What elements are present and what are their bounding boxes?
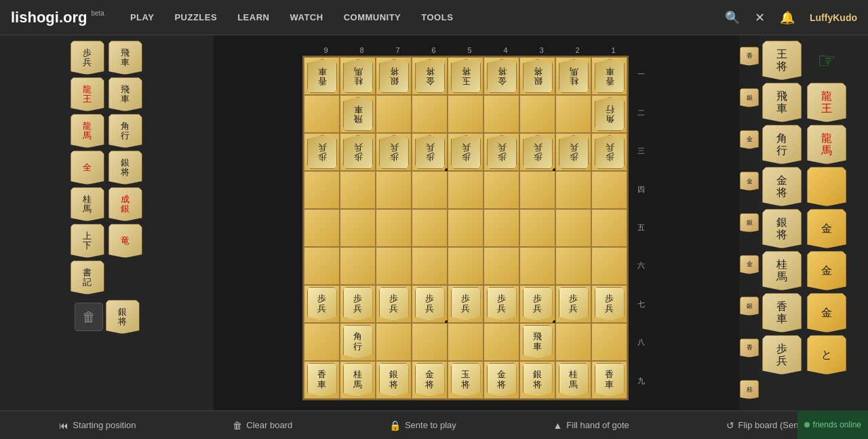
board-piece-r2-c7[interactable]: 歩 兵 (559, 135, 589, 169)
right-piece-dragon-king[interactable]: 龍王 (807, 83, 846, 122)
board-cell-r3-c0[interactable] (304, 171, 340, 209)
nav-community[interactable]: COMMUNITY (334, 7, 411, 28)
board-piece-r8-c5[interactable]: 金 将 (487, 363, 517, 397)
board-piece-r6-c6[interactable]: 歩 兵 (523, 287, 553, 321)
board-cell-r3-c2[interactable] (376, 171, 412, 209)
left-piece-10[interactable]: 成銀 (108, 187, 142, 221)
left-piece-13[interactable]: 書記 (71, 261, 104, 294)
starting-position-button[interactable]: ⏮ Starting position (52, 416, 142, 435)
board-cell-r5-c5[interactable] (484, 247, 519, 285)
board-cell-r2-c2[interactable]: 歩 兵 (376, 133, 412, 171)
clear-board-button[interactable]: 🗑 Clear board (226, 416, 299, 435)
board-piece-r2-c2[interactable]: 歩 兵 (379, 135, 409, 169)
board-cell-r1-c2[interactable] (376, 95, 412, 133)
board-cell-r2-c8[interactable]: 歩 兵 (591, 133, 627, 171)
board-cell-r6-c5[interactable]: 歩 兵 (484, 285, 519, 323)
board-cell-r7-c1[interactable]: 角 行 (340, 323, 376, 361)
side-piece-1[interactable]: 香 (740, 47, 759, 66)
board-cell-r2-c0[interactable]: 歩 兵 (304, 133, 340, 171)
board-cell-r4-c8[interactable] (591, 209, 627, 247)
board-cell-r1-c0[interactable] (304, 95, 340, 133)
board-cell-r5-c1[interactable] (340, 247, 376, 285)
board-cell-r1-c6[interactable] (519, 95, 555, 133)
left-piece-3[interactable]: 龍王 (71, 77, 104, 111)
board-piece-r2-c8[interactable]: 歩 兵 (595, 135, 625, 169)
right-piece-to[interactable]: と (807, 335, 846, 375)
side-piece-3[interactable]: 金 (740, 130, 759, 149)
board-piece-r8-c3[interactable]: 金 将 (415, 363, 445, 397)
site-logo[interactable]: lishogi.org (11, 9, 87, 26)
right-piece-knight[interactable]: 桂馬 (762, 251, 802, 290)
board-cell-r4-c3[interactable] (412, 209, 448, 247)
board-cell-r1-c1[interactable]: 飛 車 (340, 95, 376, 133)
search-icon[interactable]: 🔍 (722, 7, 743, 28)
board-piece-r6-c0[interactable]: 歩 兵 (307, 287, 337, 321)
board-piece-r6-c4[interactable]: 歩 兵 (451, 287, 481, 321)
board-cell-r6-c0[interactable]: 歩 兵 (304, 285, 340, 323)
board-cell-r2-c3[interactable]: 歩 兵 (412, 133, 448, 171)
left-piece-8[interactable]: 銀将 (108, 151, 142, 185)
board-piece-r8-c1[interactable]: 桂 馬 (343, 363, 373, 397)
board-cell-r8-c6[interactable]: 銀 将 (519, 361, 555, 399)
side-piece-9[interactable]: 桂 (740, 380, 759, 399)
left-piece-11[interactable]: 上下 (71, 224, 104, 258)
board-cell-r0-c2[interactable]: 銀 将 (376, 57, 412, 95)
board-cell-r4-c1[interactable] (340, 209, 376, 247)
board-cell-r7-c4[interactable] (448, 323, 484, 361)
board-cell-r5-c3[interactable] (412, 247, 448, 285)
board-cell-r6-c8[interactable]: 歩 兵 (591, 285, 627, 323)
board-cell-r2-c5[interactable]: 歩 兵 (484, 133, 519, 171)
board-cell-r8-c0[interactable]: 香 車 (304, 361, 340, 399)
board-cell-r3-c1[interactable] (340, 171, 376, 209)
left-piece-12[interactable]: 竜 (108, 224, 142, 258)
right-piece-gold-accent4[interactable]: 金 (807, 293, 846, 332)
board-cell-r8-c5[interactable]: 金 将 (484, 361, 519, 399)
right-piece-king[interactable]: 王将 (762, 41, 802, 80)
nav-watch[interactable]: WATCH (280, 7, 332, 28)
board-cell-r7-c5[interactable] (484, 323, 519, 361)
board-cell-r8-c3[interactable]: 金 将 (412, 361, 448, 399)
board-cell-r5-c0[interactable] (304, 247, 340, 285)
sente-to-play-button[interactable]: 🔒 Sente to play (382, 416, 463, 435)
board-cell-r2-c1[interactable]: 歩 兵 (340, 133, 376, 171)
board-cell-r8-c8[interactable]: 香 車 (591, 361, 627, 399)
board-piece-r2-c3[interactable]: 歩 兵 (415, 135, 445, 169)
board-piece-r0-c6[interactable]: 銀 将 (523, 59, 553, 93)
board-piece-r8-c8[interactable]: 香 車 (595, 363, 625, 397)
board-piece-r7-c6[interactable]: 飛 車 (523, 325, 553, 359)
board-piece-r8-c7[interactable]: 桂 馬 (559, 363, 589, 397)
board-piece-r0-c8[interactable]: 香 車 (595, 59, 625, 93)
board-cell-r1-c7[interactable] (555, 95, 591, 133)
board-cell-r7-c2[interactable] (376, 323, 412, 361)
board-piece-r0-c0[interactable]: 香 車 (307, 59, 337, 93)
fill-hand-button[interactable]: ▲ Fill hand of gote (546, 416, 635, 435)
notification-icon[interactable]: 🔔 (777, 7, 797, 28)
left-piece-6[interactable]: 角行 (108, 114, 142, 148)
board-cell-r2-c7[interactable]: 歩 兵 (555, 133, 591, 171)
board-piece-r6-c7[interactable]: 歩 兵 (559, 287, 589, 321)
board-piece-r6-c1[interactable]: 歩 兵 (343, 287, 373, 321)
board-cell-r7-c8[interactable] (591, 323, 627, 361)
board-cell-r7-c0[interactable] (304, 323, 340, 361)
board-piece-r2-c1[interactable]: 歩 兵 (343, 135, 373, 169)
board-cell-r1-c4[interactable] (448, 95, 484, 133)
board-cell-r4-c0[interactable] (304, 209, 340, 247)
board-cell-r4-c4[interactable] (448, 209, 484, 247)
nav-puzzles[interactable]: PUZZLES (165, 7, 226, 28)
shogi-board[interactable]: 香 車桂 馬銀 将金 将玉 将金 将銀 将桂 馬香 車飛 車角 行歩 兵歩 兵歩… (302, 56, 629, 400)
right-piece-silver[interactable]: 銀将 (762, 209, 802, 248)
board-piece-r1-c1[interactable]: 飛 車 (343, 97, 373, 131)
nav-learn[interactable]: LEARN (228, 7, 279, 28)
nav-play[interactable]: PLAY (121, 7, 163, 28)
board-cell-r5-c4[interactable] (448, 247, 484, 285)
board-cell-r6-c2[interactable]: 歩 兵 (376, 285, 412, 323)
side-piece-2[interactable]: 銀 (740, 88, 759, 107)
board-piece-r0-c5[interactable]: 金 将 (487, 59, 517, 93)
board-cell-r6-c6[interactable]: 歩 兵 (519, 285, 555, 323)
board-cell-r5-c7[interactable] (555, 247, 591, 285)
left-piece-9[interactable]: 桂馬 (71, 187, 104, 221)
board-piece-r2-c5[interactable]: 歩 兵 (487, 135, 517, 169)
board-cell-r4-c2[interactable] (376, 209, 412, 247)
board-piece-r0-c4[interactable]: 玉 将 (451, 59, 481, 93)
left-piece-7[interactable]: 全 (71, 151, 104, 185)
